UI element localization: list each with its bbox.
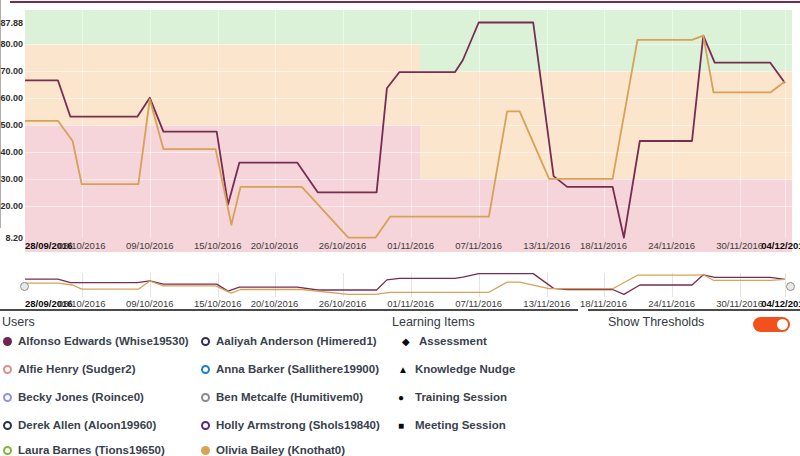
user-series-marker [201, 421, 210, 430]
circle-icon: ● [398, 392, 411, 403]
legend-user-item[interactable]: Laura Barnes (Tions19650) [3, 441, 165, 456]
legend-user-item[interactable]: Ben Metcalfe (Humitivem0) [201, 388, 363, 406]
legend-learning-label: Meeting Session [415, 419, 506, 431]
date-tick-label: 15/10/2016 [187, 298, 249, 309]
legend-user-label: Holly Armstrong (Shols19840) [216, 419, 380, 431]
legend-learning-label: Training Session [415, 391, 507, 403]
date-tick-label: 07/11/2016 [448, 298, 510, 309]
legend-user-item[interactable]: Alfonso Edwards (Whise19530) [3, 332, 189, 350]
navigator-right-handle[interactable] [786, 282, 795, 291]
legend-user-label: Olivia Bailey (Knothat0) [216, 444, 345, 456]
show-thresholds-toggle[interactable] [753, 317, 790, 332]
triangle-icon: ▲ [398, 364, 411, 375]
legend-user-item[interactable]: Alfie Henry (Sudger2) [3, 360, 136, 378]
legend-user-item[interactable]: Aaliyah Anderson (Himered1) [201, 332, 377, 350]
legend-user-label: Anna Barker (Sallithere19900) [216, 363, 379, 375]
legend-user-item[interactable]: Derek Allen (Aloon19960) [3, 416, 156, 434]
user-series-marker [3, 365, 12, 374]
diamond-icon: ◆ [402, 336, 415, 347]
legend-learning-item[interactable]: ◆Assessment [402, 332, 487, 350]
legend-user-label: Becky Jones (Roince0) [18, 391, 144, 403]
user-series-marker [201, 365, 210, 374]
navigator-left-handle[interactable] [20, 282, 29, 291]
legend-user-label: Ben Metcalfe (Humitivem0) [216, 391, 363, 403]
date-tick-label: 03/10/2016 [51, 298, 113, 309]
date-tick-label: 26/10/2016 [312, 298, 374, 309]
section-divider [0, 309, 578, 311]
user-series-marker [3, 393, 12, 402]
toggle-knob [777, 319, 788, 330]
user-series-marker [3, 337, 12, 346]
date-tick-label: 18/11/2016 [573, 298, 635, 309]
legend-user-item[interactable]: Olivia Bailey (Knothat0) [201, 441, 345, 456]
date-tick-label: 24/11/2016 [641, 298, 703, 309]
date-tick-label: 20/10/2016 [244, 298, 306, 309]
legend-user-item[interactable]: Holly Armstrong (Shols19840) [201, 416, 380, 434]
legend-user-label: Aaliyah Anderson (Himered1) [216, 335, 377, 347]
section-divider [588, 309, 800, 311]
show-thresholds-label: Show Thresholds [608, 315, 704, 329]
date-tick-label: 09/10/2016 [119, 298, 181, 309]
learning-analytics-dashboard: 87.8880.0070.0060.0050.0040.0030.0020.00… [0, 0, 800, 456]
date-tick-label: 01/11/2016 [380, 298, 442, 309]
users-section-title: Users [2, 315, 35, 329]
date-tick-label: 04/12/2016 [754, 298, 800, 309]
user-series-marker [201, 337, 210, 346]
square-icon: ■ [398, 420, 411, 431]
legend-learning-item[interactable]: ▲Knowledge Nudge [398, 360, 515, 378]
legend-user-label: Alfonso Edwards (Whise19530) [18, 335, 189, 347]
legend-learning-label: Assessment [419, 335, 487, 347]
legend-learning-label: Knowledge Nudge [415, 363, 515, 375]
date-tick-label: 13/11/2016 [516, 298, 578, 309]
user-series-marker [201, 393, 210, 402]
legend-learning-item[interactable]: ●Training Session [398, 388, 507, 406]
legend-learning-item[interactable]: ■Meeting Session [398, 416, 506, 434]
legend-user-label: Laura Barnes (Tions19650) [18, 444, 165, 456]
legend-user-item[interactable]: Anna Barker (Sallithere19900) [201, 360, 379, 378]
legend-user-label: Derek Allen (Aloon19960) [18, 419, 156, 431]
series-line-Alfonso Edwards (Whise19530)[interactable] [25, 274, 785, 295]
user-series-marker [3, 421, 12, 430]
user-series-marker [3, 446, 12, 455]
user-series-marker [201, 446, 210, 455]
legend-user-label: Alfie Henry (Sudger2) [18, 363, 136, 375]
legend-user-item[interactable]: Becky Jones (Roince0) [3, 388, 144, 406]
learning-items-section-title: Learning Items [392, 315, 475, 329]
